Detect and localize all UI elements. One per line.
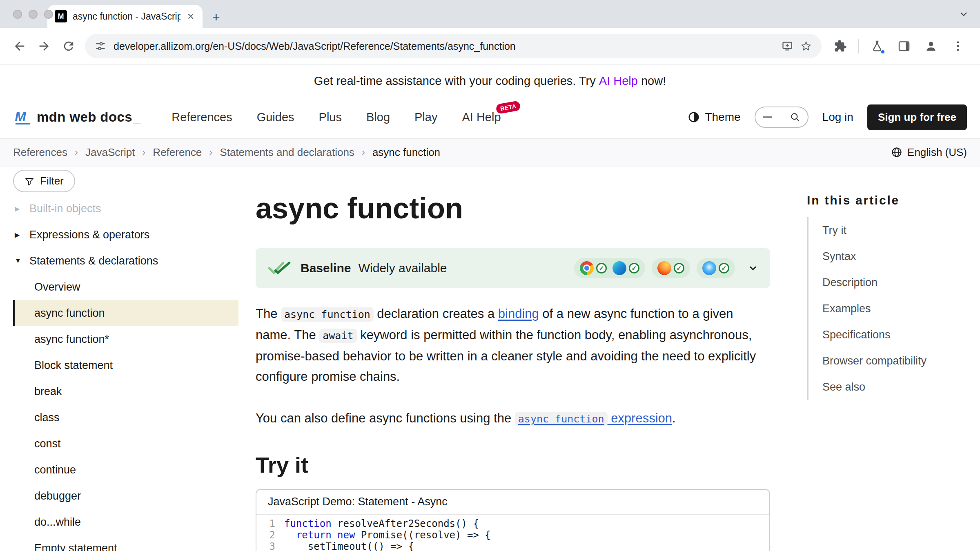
sidebar-item-label: do...while <box>34 516 81 529</box>
sidebar-item-label: continue <box>34 464 76 476</box>
baseline-status: Widely available <box>359 261 447 275</box>
sidebar-item-label: class <box>34 411 60 424</box>
install-icon[interactable] <box>782 40 793 52</box>
sidebar-item-debugger[interactable]: debugger <box>13 483 238 509</box>
nav-item-play[interactable]: Play <box>414 111 437 124</box>
sidebar-item-overview[interactable]: Overview <box>13 274 238 300</box>
filter-icon <box>24 176 34 186</box>
mdn-favicon: M <box>55 10 67 22</box>
sidebar-item-block-statement[interactable]: Block statement <box>13 352 238 378</box>
sidebar-item-do-while[interactable]: do...while <box>13 509 238 535</box>
inline-code-link[interactable]: async function expression <box>515 411 672 425</box>
new-tab-button[interactable]: + <box>212 11 220 24</box>
toc: In this article Try itSyntaxDescriptionE… <box>807 167 980 551</box>
nav-item-guides[interactable]: Guides <box>257 111 294 124</box>
side-panel-icon[interactable] <box>895 37 913 55</box>
sidebar-item-const[interactable]: const <box>13 431 238 457</box>
inline-code: await <box>319 329 356 343</box>
login-link[interactable]: Log in <box>822 111 853 124</box>
search-placeholder-cursor <box>763 116 772 118</box>
breadcrumb: References›JavaScript›Reference›Statemen… <box>13 146 440 159</box>
nav-item-blog[interactable]: Blog <box>366 111 390 124</box>
toc-item-examples[interactable]: Examples <box>808 295 964 322</box>
search-input[interactable] <box>755 107 808 128</box>
window-zoom-button[interactable] <box>44 10 53 19</box>
tab-list-chevron-icon[interactable] <box>959 9 969 19</box>
ai-help-link[interactable]: AI Help <box>599 74 638 88</box>
logo-text: mdn web docs <box>37 109 132 125</box>
bookmark-star-icon[interactable] <box>800 40 812 52</box>
toolbar-actions <box>826 37 972 55</box>
baseline-check-icon <box>267 260 292 276</box>
search-icon <box>790 112 800 122</box>
toc-item-try-it[interactable]: Try it <box>808 217 964 243</box>
baseline-banner: Baseline Widely available ✓✓✓✓ <box>256 248 770 288</box>
browser-window: M async function - JavaScript | + develo… <box>0 0 980 551</box>
forward-icon[interactable] <box>33 35 56 58</box>
site-controls-icon[interactable] <box>95 40 106 52</box>
breadcrumb-item-statements-and-declarations[interactable]: Statements and declarations <box>220 146 354 159</box>
breadcrumb-item-javascript[interactable]: JavaScript <box>85 146 135 159</box>
breadcrumb-item-reference[interactable]: Reference <box>153 146 202 159</box>
filter-label: Filter <box>40 175 64 187</box>
window-minimize-button[interactable] <box>29 10 38 19</box>
sidebar-item-built-in-objects[interactable]: ▶Built-in objects <box>13 196 238 222</box>
article: async function Baseline Widely available… <box>256 167 770 551</box>
extensions-icon[interactable] <box>831 37 849 55</box>
url-text[interactable]: developer.allizom.org/en-US/docs/Web/Jav… <box>114 40 774 52</box>
sidebar-item-label: async function* <box>34 333 109 346</box>
language-label: English (US) <box>907 146 967 159</box>
nav-item-references[interactable]: References <box>172 111 232 124</box>
sidebar-item-empty-statement[interactable]: Empty statement <box>13 535 238 551</box>
nav-item-ai-help[interactable]: AI HelpBETA <box>462 111 501 124</box>
window-close-button[interactable] <box>13 10 22 19</box>
sidebar-item-expressions-operators[interactable]: ▶Expressions & operators <box>13 222 238 248</box>
theme-button[interactable]: Theme <box>688 111 740 124</box>
sidebar-item-label: Overview <box>34 281 80 293</box>
back-icon[interactable] <box>8 35 31 58</box>
support-check-icon: ✓ <box>596 263 607 273</box>
chevron-collapsed-icon: ▶ <box>15 231 23 239</box>
sidebar-item-async-function[interactable]: async function* <box>13 326 238 352</box>
reload-icon[interactable] <box>57 35 80 58</box>
language-switcher[interactable]: English (US) <box>891 146 967 159</box>
toc-item-specifications[interactable]: Specifications <box>808 322 964 348</box>
sidebar-item-label: const <box>34 438 61 450</box>
sidebar-item-label: Statements & declarations <box>29 255 158 267</box>
theme-icon <box>688 111 700 123</box>
support-check-icon: ✓ <box>674 263 684 273</box>
breadcrumb-separator: › <box>362 147 365 158</box>
kebab-menu-icon[interactable] <box>949 37 967 55</box>
filter-button[interactable]: Filter <box>13 170 75 192</box>
demo-code[interactable]: 1function resolveAfter2Seconds() {2 retu… <box>256 515 769 551</box>
toc-item-see-also[interactable]: See also <box>808 374 964 400</box>
sidebar-item-label: break <box>34 385 62 398</box>
sidebar-item-async-function[interactable]: async function <box>13 300 238 326</box>
signup-button[interactable]: Sign up for free <box>867 104 967 130</box>
sidebar-item-class[interactable]: class <box>13 404 238 431</box>
tab-close-icon[interactable] <box>186 12 195 21</box>
baseline-expand-chevron-icon[interactable] <box>747 262 759 274</box>
breadcrumb-item-references[interactable]: References <box>13 146 67 159</box>
globe-icon <box>891 147 902 158</box>
sidebar-list: ▶Built-in objects▶Expressions & operator… <box>13 196 238 551</box>
sidebar-item-continue[interactable]: continue <box>13 457 238 483</box>
mdn-logo[interactable]: M mdn web docs_ <box>13 109 140 125</box>
address-bar[interactable]: developer.allizom.org/en-US/docs/Web/Jav… <box>85 34 822 58</box>
toc-item-syntax[interactable]: Syntax <box>808 243 964 269</box>
labs-icon[interactable] <box>868 37 886 55</box>
sidebar-item-break[interactable]: break <box>13 378 238 404</box>
tryit-heading: Try it <box>256 452 770 478</box>
line-number: 2 <box>256 529 284 541</box>
sidebar-item-statements-declarations[interactable]: ▼Statements & declarations <box>13 248 238 274</box>
page-content: Filter ▶Built-in objects▶Expressions & o… <box>0 167 980 551</box>
support-check-icon: ✓ <box>719 263 729 273</box>
toc-item-description[interactable]: Description <box>808 269 964 295</box>
browser-tab[interactable]: M async function - JavaScript | <box>47 5 203 28</box>
nav-item-plus[interactable]: Plus <box>319 111 342 124</box>
profile-icon[interactable] <box>922 37 940 55</box>
inline-link[interactable]: binding <box>498 307 539 321</box>
toc-item-browser-compatibility[interactable]: Browser compatibility <box>808 348 964 374</box>
baseline-text: Baseline Widely available <box>301 261 447 275</box>
article-paragraph-2: You can also define async functions usin… <box>256 408 770 429</box>
